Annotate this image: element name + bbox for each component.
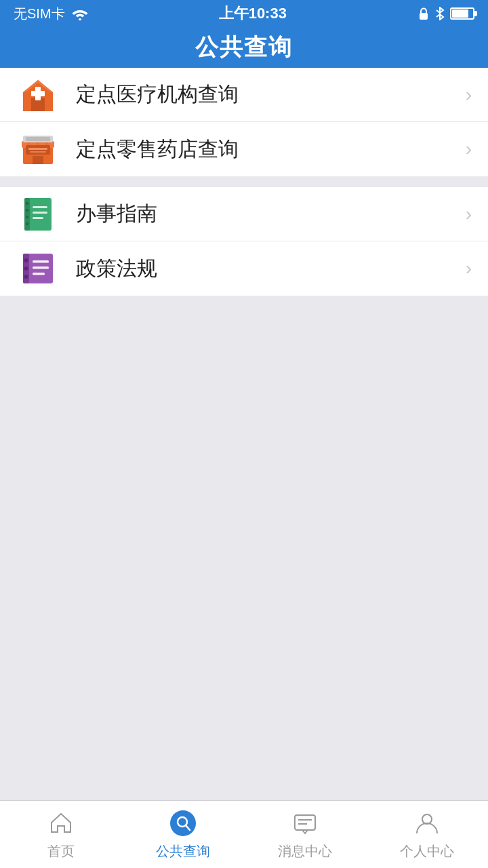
content-area: 定点医疗机构查询 ›	[0, 68, 488, 800]
tab-profile[interactable]: 个人中心	[366, 801, 488, 868]
tab-message-label: 消息中心	[278, 842, 332, 861]
empty-area	[0, 307, 488, 800]
svg-rect-14	[30, 151, 46, 153]
svg-rect-26	[26, 222, 28, 225]
tab-search-label: 公共查询	[156, 842, 210, 861]
tab-message[interactable]: 消息中心	[244, 801, 366, 868]
svg-rect-25	[26, 216, 28, 218]
status-time: 上午10:33	[219, 3, 287, 24]
guide-arrow: ›	[466, 203, 472, 225]
policy-arrow: ›	[466, 258, 472, 279]
nav-bar: 公共查询	[0, 27, 488, 68]
profile-tab-icon	[412, 808, 442, 838]
no-sim-text: 无SIM卡	[14, 5, 65, 23]
svg-point-35	[170, 810, 196, 836]
svg-rect-17	[26, 137, 50, 141]
tab-home-label: 首页	[47, 842, 75, 861]
status-bar: 无SIM卡 上午10:33	[0, 0, 488, 27]
status-right	[418, 7, 474, 20]
bluetooth-icon	[435, 7, 445, 20]
menu-group-1: 定点医疗机构查询 ›	[0, 68, 488, 176]
policy-icon	[20, 251, 56, 286]
policy-icon-wrap	[16, 247, 60, 290]
lock-icon	[418, 7, 430, 20]
menu-item-guide[interactable]: 办事指南 ›	[0, 187, 488, 241]
battery-icon	[450, 7, 474, 20]
tab-search[interactable]: 公共查询	[122, 801, 244, 868]
page-title: 公共查询	[195, 32, 293, 63]
svg-point-30	[24, 267, 28, 271]
tab-bar: 首页 公共查询 消息中心	[0, 800, 488, 868]
guide-icon-wrap	[16, 193, 60, 236]
guide-icon	[22, 197, 54, 232]
pharmacy-icon	[20, 132, 56, 167]
svg-point-41	[422, 814, 432, 824]
tab-home[interactable]: 首页	[0, 801, 122, 868]
tab-profile-label: 个人中心	[400, 842, 454, 861]
menu-item-hospital[interactable]: 定点医疗机构查询 ›	[0, 68, 488, 122]
svg-rect-13	[28, 148, 47, 150]
svg-rect-24	[26, 209, 28, 212]
message-tab-icon	[290, 808, 320, 838]
wifi-icon	[72, 7, 88, 20]
svg-rect-33	[33, 267, 49, 269]
svg-rect-15	[33, 156, 43, 164]
hospital-arrow: ›	[466, 84, 472, 106]
home-tab-icon	[46, 808, 76, 838]
pharmacy-icon-wrap	[16, 127, 60, 171]
svg-rect-22	[33, 217, 43, 219]
hospital-icon-wrap	[16, 73, 60, 117]
svg-rect-1	[420, 13, 428, 20]
pharmacy-label: 定点零售药店查询	[76, 136, 466, 163]
svg-rect-38	[295, 815, 315, 830]
guide-label: 办事指南	[76, 200, 466, 228]
menu-item-policy[interactable]: 政策法规 ›	[0, 241, 488, 296]
search-tab-icon	[168, 808, 198, 838]
svg-rect-34	[33, 273, 45, 275]
svg-rect-21	[33, 212, 47, 214]
hospital-label: 定点医疗机构查询	[76, 81, 466, 108]
svg-rect-20	[33, 206, 47, 208]
status-left: 无SIM卡	[14, 5, 88, 23]
menu-group-2: 办事指南 › 政策	[0, 187, 488, 296]
policy-label: 政策法规	[76, 255, 466, 283]
menu-item-pharmacy[interactable]: 定点零售药店查询 ›	[0, 122, 488, 176]
svg-rect-32	[33, 260, 49, 263]
svg-point-0	[79, 18, 81, 20]
svg-rect-5	[31, 91, 45, 96]
svg-rect-23	[26, 202, 28, 205]
pharmacy-arrow: ›	[466, 138, 472, 160]
svg-point-29	[24, 258, 28, 262]
hospital-icon	[20, 77, 56, 113]
svg-point-31	[24, 275, 28, 279]
